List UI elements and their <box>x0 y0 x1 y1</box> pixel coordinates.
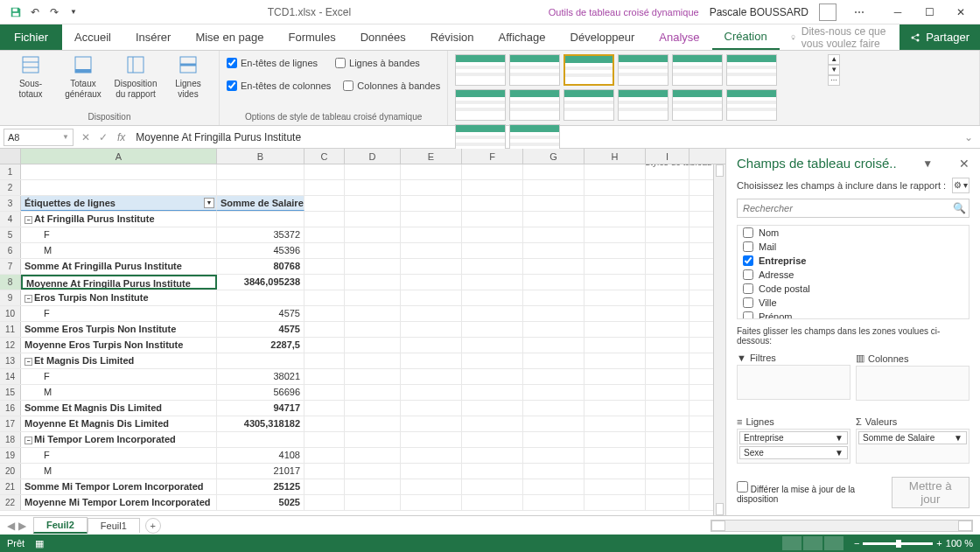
cell[interactable] <box>646 479 690 494</box>
cell[interactable] <box>523 243 584 258</box>
gallery-scroll[interactable]: ▲▼⋯ <box>828 54 840 86</box>
close-button[interactable]: ✕ <box>945 0 976 24</box>
style-thumb-selected[interactable] <box>564 54 614 86</box>
maximize-button[interactable]: ☐ <box>914 0 945 24</box>
zone-item[interactable]: Entreprise▼ <box>739 431 848 444</box>
cell[interactable] <box>345 227 401 242</box>
filter-dropdown-icon[interactable]: ▼ <box>204 198 214 208</box>
cell[interactable]: 45396 <box>217 243 304 258</box>
cell[interactable] <box>523 180 584 195</box>
cell[interactable] <box>646 495 690 510</box>
cell[interactable] <box>345 306 401 321</box>
cell[interactable] <box>462 416 523 431</box>
cell[interactable]: −Et Magnis Dis Limited <box>21 353 217 368</box>
cell[interactable] <box>345 369 401 384</box>
collapse-icon[interactable]: − <box>24 358 32 366</box>
cell[interactable] <box>462 401 523 416</box>
cell[interactable]: 35372 <box>217 227 304 242</box>
cell[interactable] <box>523 212 584 227</box>
cell[interactable] <box>401 401 462 416</box>
field-search[interactable]: 🔍 <box>737 199 970 218</box>
cell[interactable]: Somme Eros Turpis Non Institute <box>21 322 217 337</box>
cell[interactable]: 38021 <box>217 369 304 384</box>
lignes-vides-button[interactable]: Lignes vides <box>164 54 212 100</box>
add-sheet-button[interactable]: + <box>145 518 161 534</box>
cell[interactable] <box>646 164 690 179</box>
cell[interactable] <box>462 212 523 227</box>
search-icon[interactable]: 🔍 <box>953 202 966 214</box>
cell[interactable] <box>523 416 584 431</box>
formula-input[interactable]: Moyenne At Fringilla Purus Institute <box>130 131 964 143</box>
cell[interactable] <box>217 180 304 195</box>
cell[interactable] <box>646 369 690 384</box>
cell[interactable] <box>304 338 345 353</box>
cell[interactable] <box>462 196 523 211</box>
cell[interactable]: 4575 <box>217 306 304 321</box>
cell[interactable] <box>584 290 646 305</box>
cell[interactable] <box>584 322 646 337</box>
row-header[interactable]: 17 <box>0 416 21 431</box>
row-header[interactable]: 8 <box>0 275 21 290</box>
zone-filtres[interactable]: ▼Filtres <box>737 351 850 409</box>
field-item[interactable]: Adresse <box>738 268 969 282</box>
field-pane-close-icon[interactable]: ✕ <box>959 157 970 171</box>
cell[interactable] <box>304 432 345 447</box>
cell[interactable] <box>462 385 523 400</box>
row-header[interactable]: 18 <box>0 432 21 447</box>
cell[interactable]: 21017 <box>217 464 304 479</box>
cell[interactable] <box>523 164 584 179</box>
cell[interactable] <box>523 495 584 510</box>
cell[interactable] <box>646 290 690 305</box>
cell[interactable] <box>401 464 462 479</box>
cell[interactable] <box>401 416 462 431</box>
sheet-tab-feuil2[interactable]: Feuil2 <box>33 517 88 534</box>
cell[interactable] <box>523 275 584 290</box>
cell[interactable] <box>401 259 462 274</box>
cell[interactable] <box>646 322 690 337</box>
cell[interactable] <box>345 432 401 447</box>
cell[interactable] <box>462 306 523 321</box>
spreadsheet-grid[interactable]: ABCDEFGHI 123Étiquettes de lignes▼Somme … <box>0 149 726 515</box>
cell[interactable]: F <box>21 227 217 242</box>
field-item[interactable]: Mail <box>738 240 969 254</box>
cell[interactable]: 4108 <box>217 448 304 463</box>
field-item[interactable]: Ville <box>738 296 969 310</box>
cell[interactable] <box>523 369 584 384</box>
cell[interactable] <box>304 290 345 305</box>
cell[interactable] <box>217 212 304 227</box>
cell[interactable]: 4575 <box>217 322 304 337</box>
field-item[interactable]: Code postal <box>738 282 969 296</box>
style-thumb[interactable] <box>672 89 723 121</box>
cell[interactable] <box>401 385 462 400</box>
zone-item[interactable]: Sexe▼ <box>739 446 848 459</box>
cell[interactable]: 56696 <box>217 385 304 400</box>
field-list[interactable]: NomMailEntrepriseAdresseCode postalVille… <box>737 225 970 319</box>
cell[interactable] <box>646 259 690 274</box>
totaux-generaux-button[interactable]: Totaux généraux <box>60 54 107 100</box>
row-header[interactable]: 13 <box>0 353 21 368</box>
cell[interactable] <box>584 227 646 242</box>
sheet-tab-feuil1[interactable]: Feuil1 <box>88 518 140 533</box>
cell[interactable] <box>523 338 584 353</box>
tab-formules[interactable]: Formules <box>276 24 347 50</box>
cell[interactable] <box>401 227 462 242</box>
cell[interactable]: 80768 <box>217 259 304 274</box>
cell[interactable] <box>304 464 345 479</box>
cell[interactable] <box>345 290 401 305</box>
cell[interactable] <box>401 479 462 494</box>
cell[interactable] <box>345 243 401 258</box>
save-icon[interactable] <box>9 5 23 19</box>
cell[interactable] <box>584 432 646 447</box>
cell[interactable] <box>304 259 345 274</box>
cell[interactable] <box>345 275 401 290</box>
avatar[interactable] <box>819 3 836 21</box>
column-header[interactable]: E <box>401 149 462 164</box>
row-header[interactable]: 7 <box>0 259 21 274</box>
zone-item[interactable]: Somme de Salaire▼ <box>858 431 967 444</box>
cell[interactable] <box>401 369 462 384</box>
cell[interactable] <box>523 322 584 337</box>
disposition-rapport-button[interactable]: Disposition du rapport <box>112 54 159 100</box>
cell[interactable] <box>401 243 462 258</box>
cell[interactable]: 94717 <box>217 401 304 416</box>
cell[interactable] <box>304 416 345 431</box>
